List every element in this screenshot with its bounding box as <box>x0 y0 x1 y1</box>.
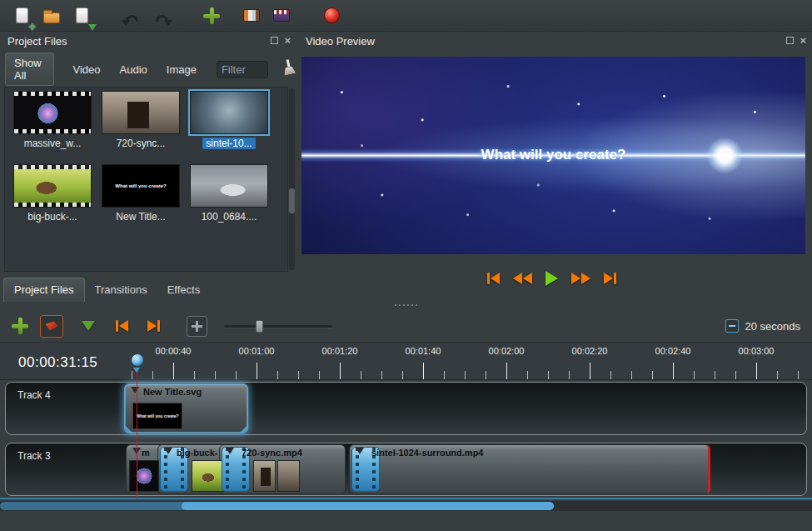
filter-show-all-button[interactable]: Show All <box>5 53 54 86</box>
file-item-massive[interactable]: massive_w... <box>8 91 97 164</box>
fast-forward-button[interactable] <box>571 273 590 284</box>
plus-badge-icon: + <box>29 22 36 32</box>
clip-sintel[interactable]: sintel-1024-surround.mp4 <box>349 444 710 494</box>
tab-transitions[interactable]: Transitions <box>85 278 157 302</box>
record-button[interactable] <box>320 4 343 28</box>
jump-end-bar-icon <box>614 273 616 284</box>
file-thumbnail: What will you create? <box>102 164 180 208</box>
track-4[interactable]: Track 4 New Title.svg What will you crea… <box>5 382 807 435</box>
tab-project-files[interactable]: Project Files <box>3 278 85 302</box>
open-project-button[interactable] <box>40 4 63 28</box>
track-3[interactable]: Track 3 m big-buck- 720-sync.mp4 <box>5 443 807 496</box>
ruler-mark: 00:02:00 <box>489 346 525 356</box>
play-icon <box>545 271 558 286</box>
playhead-handle[interactable] <box>131 353 144 367</box>
ruler-mark: 00:03:00 <box>739 346 775 356</box>
close-panel-icon[interactable]: × <box>284 37 291 44</box>
filter-audio-button[interactable]: Audio <box>120 63 147 76</box>
clip-label: New Title.svg <box>143 387 202 397</box>
file-item-100-0684[interactable]: 100_0684.... <box>185 164 273 238</box>
clip-big-buck[interactable]: big-buck- <box>157 444 227 494</box>
clip-menu-chevron-icon[interactable] <box>226 448 234 454</box>
jump-to-end-button[interactable] <box>604 273 616 284</box>
files-scrollbar-thumb[interactable] <box>289 188 295 213</box>
timeline-horizontal-scrollbar[interactable] <box>0 501 812 511</box>
jump-start-arrow-icon <box>491 273 500 284</box>
jump-end-arrow-icon <box>604 273 613 284</box>
clip-menu-chevron-icon[interactable] <box>356 448 364 454</box>
clip-label: 720-sync.mp4 <box>242 448 302 458</box>
playhead-tip-icon <box>133 368 140 373</box>
jump-start-timeline-button[interactable] <box>110 314 133 338</box>
ruler-ticks <box>125 343 812 379</box>
project-files-panel: Project Files × Show All Video Audio Ima… <box>0 32 296 302</box>
clip-thumbnail <box>253 460 276 492</box>
playback-controls <box>298 262 805 295</box>
razor-icon <box>46 322 58 331</box>
file-item-big-buck[interactable]: big-buck-... <box>8 164 97 238</box>
zoom-scale-label: 20 seconds <box>745 320 801 333</box>
file-label: big-buck-... <box>27 211 77 223</box>
import-files-button[interactable] <box>200 4 223 28</box>
zoom-slider[interactable] <box>224 318 332 334</box>
file-item-new-title[interactable]: What will you create? New Title... <box>97 164 185 238</box>
files-filter-row: Show All Video Audio Image <box>5 58 293 80</box>
fast-forward-icon <box>581 273 590 284</box>
import-plus-icon <box>203 8 220 24</box>
clip-menu-chevron-icon[interactable] <box>131 387 139 393</box>
undo-button[interactable] <box>120 4 143 28</box>
file-item-720-sync[interactable]: 720-sync... <box>97 91 185 164</box>
float-panel-icon[interactable] <box>786 37 794 44</box>
file-item-sintel[interactable]: sintel-10... <box>185 91 273 164</box>
file-label: New Title... <box>116 211 165 223</box>
jump-start-icon <box>116 320 128 332</box>
razor-tool-button[interactable] <box>40 315 63 338</box>
jump-to-start-button[interactable] <box>487 273 500 284</box>
file-thumbnail <box>190 164 268 208</box>
video-preview-frame[interactable]: What will you create? <box>301 57 805 254</box>
clip-menu-chevron-icon[interactable] <box>164 448 172 454</box>
timeline-ruler[interactable]: 00:00:31:15 00:00:40 00:01:00 00:01:20 0… <box>0 342 812 380</box>
filter-input[interactable] <box>217 61 268 78</box>
filter-video-button[interactable]: Video <box>73 63 101 76</box>
open-folder-icon <box>43 13 60 23</box>
zoom-out-button[interactable] <box>725 319 739 333</box>
rewind-button[interactable] <box>513 273 532 284</box>
ruler-mark: 00:00:40 <box>156 346 192 356</box>
project-files-titlebar: Project Files × <box>0 32 296 52</box>
add-track-plus-icon <box>12 318 28 334</box>
title-thumb-text: What will you create? <box>115 183 166 188</box>
scrollbar-thumb[interactable] <box>182 502 554 510</box>
playhead-line <box>137 367 137 498</box>
jump-end-timeline-button[interactable] <box>142 314 165 338</box>
play-button[interactable] <box>545 271 558 286</box>
video-overlay-text: What will you create? <box>301 147 805 163</box>
clear-filter-broom-icon[interactable] <box>278 59 295 80</box>
new-project-button[interactable]: + <box>10 4 33 28</box>
files-vertical-scrollbar[interactable] <box>289 88 295 270</box>
file-label: 720-sync... <box>117 138 166 149</box>
save-project-button[interactable] <box>70 4 93 28</box>
track-name: Track 3 <box>17 450 51 462</box>
export-video-button[interactable] <box>270 4 293 28</box>
clip-720-sync[interactable]: 720-sync.mp4 <box>219 444 346 494</box>
left-panel-tabs: Project Files Transitions Effects <box>0 277 296 302</box>
redo-button[interactable] <box>150 4 173 28</box>
center-playhead-button[interactable] <box>187 316 207 337</box>
float-panel-icon[interactable] <box>271 37 278 44</box>
snapping-button[interactable] <box>78 314 102 338</box>
zoom-slider-handle[interactable] <box>256 320 263 333</box>
ruler-mark: 00:02:20 <box>572 346 608 356</box>
clip-thumb-text: What will you create? <box>136 413 178 418</box>
choose-profile-button[interactable] <box>240 4 263 28</box>
file-label: massive_w... <box>24 138 82 149</box>
add-track-button[interactable] <box>8 314 32 338</box>
filter-image-button[interactable]: Image <box>167 63 197 76</box>
clip-new-title[interactable]: New Title.svg What will you create? <box>124 383 248 433</box>
tab-effects[interactable]: Effects <box>157 278 211 302</box>
close-panel-icon[interactable]: × <box>800 37 806 44</box>
files-area: massive_w... 720-sync... sintel-10... bi… <box>4 87 288 272</box>
splitter-handle[interactable] <box>0 300 812 310</box>
clip-thumbnail: What will you create? <box>132 403 182 429</box>
file-thumbnail <box>13 91 92 134</box>
